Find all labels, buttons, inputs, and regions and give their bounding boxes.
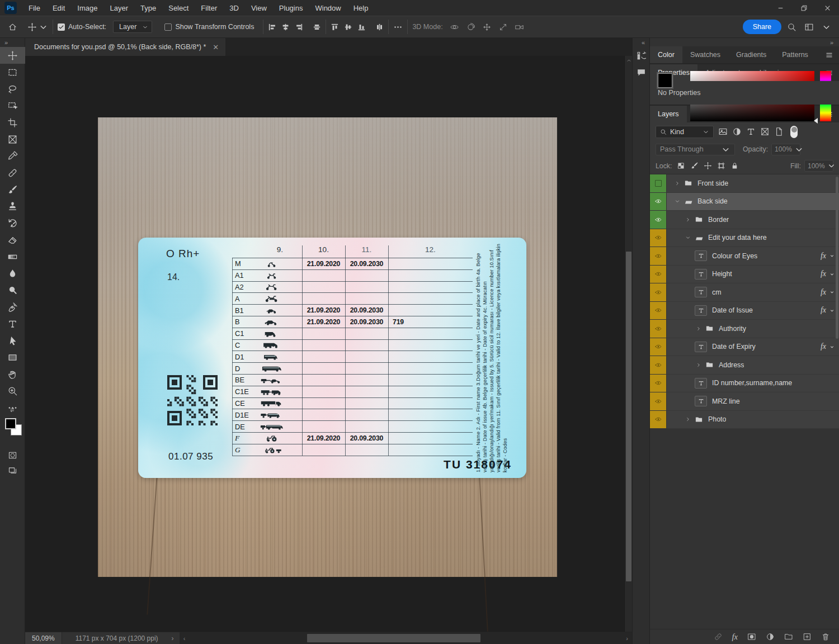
menu-filter[interactable]: Filter (195, 0, 223, 16)
dodge-tool[interactable] (0, 282, 25, 299)
pen-tool[interactable] (0, 299, 25, 315)
clone-stamp-tool[interactable] (0, 198, 25, 215)
filter-adjustment-layers-icon[interactable] (732, 127, 742, 136)
fill-input[interactable]: 100% (804, 160, 833, 172)
3d-camera-icon[interactable] (515, 22, 524, 32)
show-transform-checkbox[interactable]: Show Transform Controls (164, 23, 254, 31)
dock-collapse[interactable]: « (642, 38, 649, 47)
tooldock-collapse[interactable]: » (0, 38, 25, 47)
layer-row-date-of-expiry[interactable]: Date of Expiryfx (650, 338, 839, 357)
align-middle-icon[interactable] (344, 23, 352, 31)
visibility-toggle[interactable] (650, 211, 667, 229)
object-selection-tool[interactable] (0, 97, 25, 114)
minimize-button[interactable] (769, 0, 792, 16)
hscroll-thumb[interactable] (307, 634, 480, 642)
close-button[interactable] (816, 0, 839, 16)
tab-color-swatches[interactable]: Swatches (682, 46, 728, 63)
delete-layer-icon[interactable] (821, 632, 830, 641)
tab-color-color[interactable]: Color (650, 46, 682, 63)
layer-row-height[interactable]: Heightfx (650, 266, 839, 284)
menu-file[interactable]: File (22, 0, 46, 16)
layer-row-colour-of-eyes[interactable]: Colour of Eyesfx (650, 247, 839, 266)
expand-icon[interactable] (684, 416, 692, 422)
visibility-toggle[interactable] (650, 338, 667, 356)
tab-layers-layers[interactable]: Layers (650, 106, 687, 122)
visibility-toggle[interactable] (650, 392, 667, 410)
home-icon[interactable] (8, 22, 17, 32)
menu-help[interactable]: Help (347, 0, 375, 16)
link-layers-icon[interactable] (714, 632, 723, 641)
canvas-vertical-scrollbar[interactable] (624, 56, 632, 632)
3d-pan-icon[interactable] (482, 22, 492, 32)
tab-color-patterns[interactable]: Patterns (774, 46, 816, 63)
comments-panel-icon[interactable] (632, 64, 650, 80)
layer-row-mrz-line[interactable]: MRZ line (650, 392, 839, 411)
layer-row-back-side[interactable]: Back side (650, 193, 839, 211)
visibility-toggle[interactable] (650, 193, 667, 211)
swap-colors-icon[interactable] (4, 408, 21, 416)
lock-pixels-icon[interactable] (690, 162, 699, 170)
visibility-toggle[interactable] (650, 411, 667, 429)
menu-window[interactable]: Window (309, 0, 347, 16)
restore-button[interactable] (792, 0, 816, 16)
document-tab[interactable]: Documents for you.psd @ 50,1% (Back side… (25, 38, 225, 56)
frame-tool[interactable] (0, 131, 25, 148)
filter-shape-layers-icon[interactable] (760, 127, 770, 136)
menu-3d[interactable]: 3D (223, 0, 245, 16)
visibility-toggle[interactable] (650, 266, 667, 283)
opacity-input[interactable]: 100% (771, 144, 800, 155)
eraser-tool[interactable] (0, 231, 25, 248)
layer-filter-toggle[interactable] (790, 126, 798, 138)
visibility-toggle[interactable] (650, 229, 667, 247)
expand-icon[interactable] (695, 362, 703, 368)
visibility-toggle[interactable] (650, 375, 667, 392)
chevron-down-icon[interactable] (39, 22, 48, 32)
auto-select-checkbox[interactable]: Auto-Select: (58, 23, 106, 31)
vscroll-thumb[interactable] (626, 252, 631, 581)
visibility-toggle[interactable] (650, 320, 667, 338)
layer-row-cm[interactable]: cmfx (650, 283, 839, 302)
foreground-color[interactable] (5, 418, 16, 429)
canvas-horizontal-scrollbar[interactable]: ‹ › (180, 632, 632, 644)
layer-row-border[interactable]: Border (650, 211, 839, 229)
zoom-tool[interactable] (0, 382, 25, 399)
3d-roll-icon[interactable] (466, 22, 475, 32)
lock-transparency-icon[interactable] (677, 162, 685, 170)
menu-select[interactable]: Select (162, 0, 195, 16)
screen-mode-icon[interactable] (8, 466, 17, 475)
hand-tool[interactable] (0, 366, 25, 382)
crop-tool[interactable] (0, 114, 25, 131)
healing-brush-tool[interactable] (0, 164, 25, 181)
gradient-tool[interactable] (0, 248, 25, 265)
layer-row-front-side[interactable]: Front side (650, 174, 839, 193)
lasso-tool[interactable] (0, 80, 25, 97)
layer-filter-kind-select[interactable]: Kind (656, 126, 714, 138)
layer-row-edit-your-data-here[interactable]: Edit your data here (650, 229, 839, 248)
menu-plugins[interactable]: Plugins (273, 0, 309, 16)
menu-view[interactable]: View (245, 0, 273, 16)
target-select[interactable]: Layer (113, 21, 152, 33)
align-top-icon[interactable] (331, 23, 339, 31)
layer-row-authority[interactable]: Authority (650, 320, 839, 338)
panel-menu-icon[interactable] (825, 46, 839, 63)
lock-position-icon[interactable] (704, 162, 712, 170)
layer-style-icon[interactable]: fx (732, 632, 738, 642)
move-tool[interactable] (0, 47, 25, 64)
align-left-icon[interactable] (268, 23, 276, 31)
quick-mask-icon[interactable] (8, 451, 17, 460)
more-options-icon[interactable] (393, 22, 403, 32)
blur-tool[interactable] (0, 265, 25, 282)
new-group-icon[interactable] (784, 632, 793, 641)
hscroll-right-arrow[interactable]: › (622, 635, 632, 642)
menu-edit[interactable]: Edit (46, 0, 71, 16)
menu-image[interactable]: Image (71, 0, 103, 16)
move-tool-icon[interactable] (27, 22, 37, 32)
layer-row-id-number-surname-name[interactable]: ID number,surname,name (650, 375, 839, 393)
align-bottom-icon[interactable] (357, 23, 366, 31)
filter-pixel-layers-icon[interactable] (718, 127, 728, 136)
layer-row-address[interactable]: Address (650, 356, 839, 375)
menu-layer[interactable]: Layer (104, 0, 135, 16)
canvas[interactable]: O Rh+ 14. 9.10.11.12. M21.09.202020.09.2… (25, 56, 632, 632)
distribute-horizontal-icon[interactable] (313, 23, 321, 31)
layer-row-date-of-issue[interactable]: Date of Issuefx (650, 302, 839, 320)
